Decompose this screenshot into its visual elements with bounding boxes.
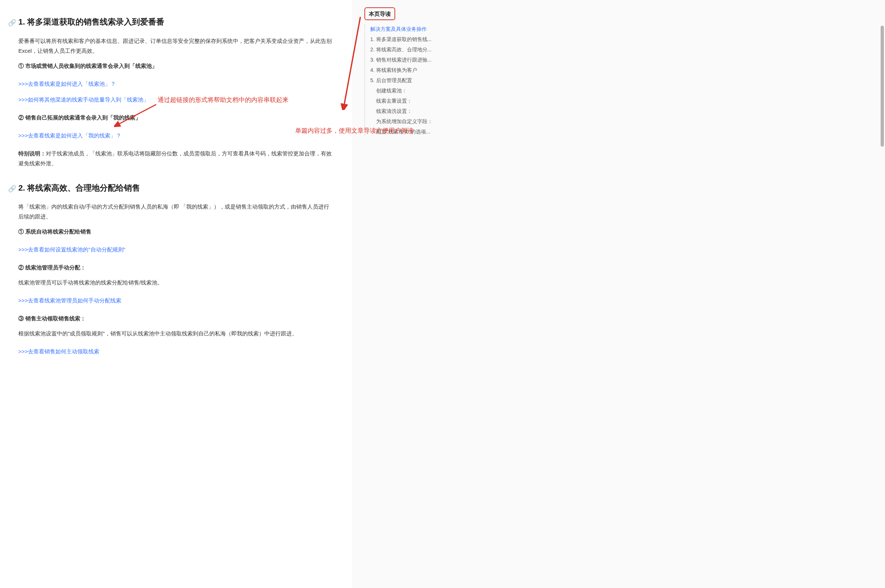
section-1-heading: 🔗 1. 将多渠道获取的销售线索录入到爱番番 [18,15,334,29]
section-2-text2: 线索池管理员可以手动将线索池的线索分配给销售/线索池。 [18,278,334,287]
scrollbar-thumb[interactable] [880,26,884,147]
toc-item[interactable]: 1. 将多渠道获取的销售线... [370,34,447,44]
link-auto-assign-rule[interactable]: >>>去查看如何设置线索池的"自动分配规则" [18,244,125,254]
anchor-link-icon[interactable]: 🔗 [8,17,16,28]
note-label: 特别说明： [18,150,46,156]
annotation-hyperlink-note: 通过超链接的形式将帮助文档中的内容串联起来 [158,94,288,106]
toc-title: 本页导读 [369,10,391,17]
scrollbar-track[interactable] [880,0,884,588]
section-2-intro: 将「线索池」内的线索自动/手动的方式分配到销售人员的私海（即 「我的线索」），或… [18,202,334,221]
link-my-leads[interactable]: >>>去查看线索是如何进入「我的线索」？ [18,130,122,140]
toc-item[interactable]: 为系统增加自定义字段： [370,116,447,126]
toc-item[interactable]: 3. 销售对线索进行跟进验... [370,55,447,65]
section-2-sub2: ② 线索池管理员手动分配： [18,262,334,272]
link-import-to-pool[interactable]: >>>如何将其他渠道的线索手动批量导入到「线索池」 [18,94,149,105]
section-2-sub1: ① 系统自动将线索分配给销售 [18,226,334,237]
toc-item[interactable]: 创建线索池： [370,86,447,96]
section-2-text3: 根据线索池设置中的"成员领取规则"，销售可以从线索池中主动领取线索到自己的私海（… [18,328,334,338]
heading-text: 2. 将线索高效、合理地分配给销售 [18,183,140,192]
main-content: 🔗 1. 将多渠道获取的销售线索录入到爱番番 爱番番可以将所有线索和客户的基本信… [0,0,352,588]
section-1-sub1: ① 市场或营销人员收集到的线索通常会录入到「线索池」 [18,61,334,71]
section-2-heading: 🔗 2. 将线索高效、合理地分配给销售 [18,181,334,195]
toc-item[interactable]: 解决方案及具体业务操作 [370,24,447,34]
toc-item[interactable]: 5. 后台管理员配置 [370,75,447,86]
heading-text: 1. 将多渠道获取的销售线索录入到爱番番 [18,17,164,26]
anchor-link-icon[interactable]: 🔗 [8,183,16,195]
toc-title-highlight: 本页导读 [364,8,395,20]
section-1-note: 特别说明：对于线索池成员，「线索池」联系电话将隐藏部分位数，成员需领取后，方可查… [18,148,334,168]
link-claim-leads[interactable]: >>>去查看销售如何主动领取线索 [18,346,99,356]
toc-item[interactable]: 2. 将线索高效、合理地分... [370,44,447,55]
section-1-sub2: ② 销售自己拓展的线索通常会录入到「我的线索」 [18,112,334,123]
link-manual-assign[interactable]: >>>去查看线索池管理员如何手动分配线索 [18,296,122,305]
toc-item[interactable]: 线索清洗设置： [370,106,447,116]
annotation-toc-note: 单篇内容过多，使用文章导读方便用户阅读 [295,125,471,137]
toc-item[interactable]: 4. 将线索转换为客户 [370,65,447,75]
page-toc-sidebar: 本页导读 解决方案及具体业务操作1. 将多渠道获取的销售线...2. 将线索高效… [359,0,473,588]
note-text: 对于线索池成员，「线索池」联系电话将隐藏部分位数，成员需领取后，方可查看具体号码… [18,150,332,166]
section-2-sub3: ③ 销售主动领取销售线索： [18,314,334,323]
toc-list: 解决方案及具体业务操作1. 将多渠道获取的销售线...2. 将线索高效、合理地分… [364,24,464,137]
layout-gap [352,0,359,588]
section-1-intro: 爱番番可以将所有线索和客户的基本信息、跟进记录、订单信息等安全完整的保存到系统中… [18,36,334,56]
toc-item[interactable]: 线索去重设置： [370,96,447,106]
link-leads-enter-pool[interactable]: >>>去查看线索是如何进入「线索池」？ [18,79,116,89]
